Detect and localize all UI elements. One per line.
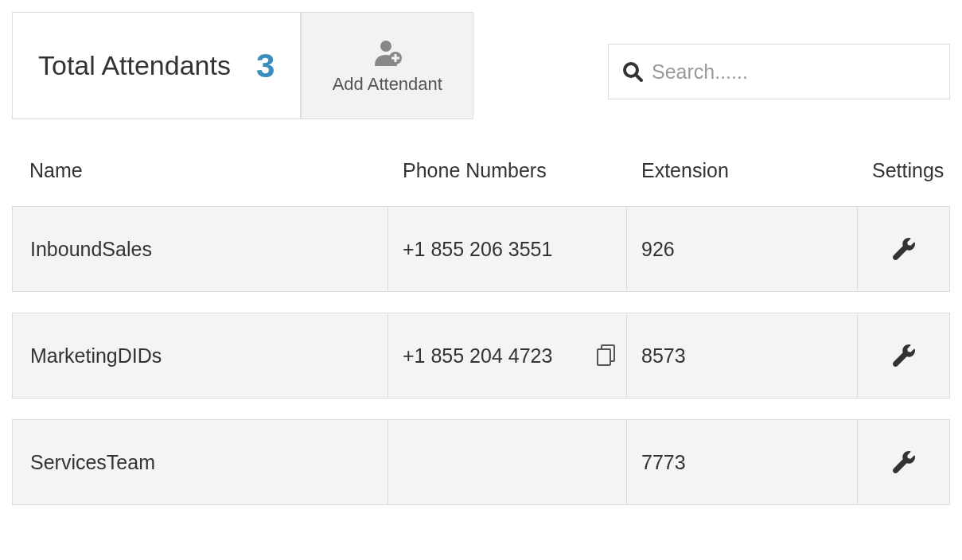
cell-extension: 926	[627, 207, 858, 291]
cell-phone: +1 855 204 4723	[388, 313, 627, 398]
top-bar: Total Attendants 3 Add Attendant	[0, 0, 962, 131]
column-header-extension: Extension	[627, 159, 858, 182]
svg-rect-7	[598, 349, 610, 365]
search-wrap	[608, 12, 950, 119]
column-header-name: Name	[12, 159, 388, 182]
cell-name: InboundSales	[13, 207, 388, 291]
total-attendants-count: 3	[256, 47, 275, 85]
cell-extension: 8573	[627, 313, 858, 398]
table-row: ServicesTeam7773	[12, 419, 950, 505]
search-icon	[621, 60, 644, 83]
search-box[interactable]	[608, 44, 950, 99]
wrench-icon	[893, 451, 915, 473]
settings-button[interactable]	[858, 313, 949, 398]
add-attendant-button[interactable]: Add Attendant	[301, 12, 473, 119]
copy-icon[interactable]	[596, 344, 617, 368]
total-attendants-panel: Total Attendants 3	[12, 12, 301, 119]
wrench-icon	[893, 344, 915, 367]
settings-button[interactable]	[858, 420, 949, 504]
column-header-settings: Settings	[858, 159, 950, 182]
attendants-table: Name Phone Numbers Extension Settings In…	[0, 131, 962, 517]
table-body: InboundSales+1 855 206 3551926MarketingD…	[12, 206, 950, 505]
search-input[interactable]	[652, 60, 937, 84]
cell-name: ServicesTeam	[13, 420, 388, 504]
add-attendant-label: Add Attendant	[333, 74, 442, 95]
column-header-phone: Phone Numbers	[388, 159, 627, 182]
svg-line-5	[636, 75, 641, 80]
svg-rect-3	[391, 56, 399, 59]
svg-point-0	[380, 41, 391, 52]
wrench-icon	[893, 238, 915, 260]
total-attendants-label: Total Attendants	[38, 50, 231, 81]
cell-extension: 7773	[627, 420, 858, 504]
user-plus-icon	[372, 37, 403, 68]
table-row: InboundSales+1 855 206 3551926	[12, 206, 950, 292]
table-header: Name Phone Numbers Extension Settings	[12, 143, 950, 206]
cell-phone: +1 855 206 3551	[388, 207, 627, 291]
cell-phone	[388, 420, 627, 504]
table-row: MarketingDIDs+1 855 204 47238573	[12, 313, 950, 399]
settings-button[interactable]	[858, 207, 949, 291]
cell-name: MarketingDIDs	[13, 313, 388, 398]
